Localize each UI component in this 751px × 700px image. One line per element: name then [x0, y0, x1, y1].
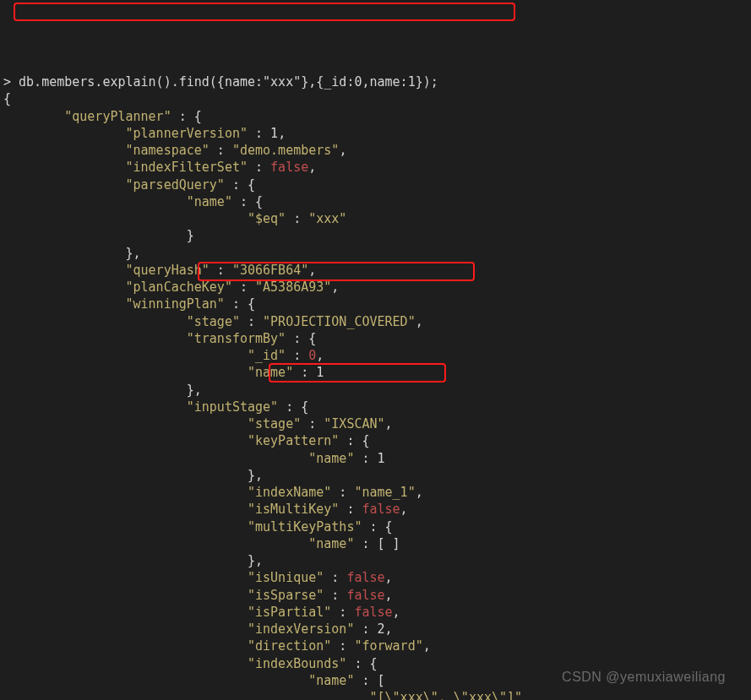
- key-queryPlanner: "queryPlanner": [64, 109, 171, 124]
- val-kp-name: 1: [378, 451, 385, 466]
- key-is-stage: "stage": [248, 416, 301, 431]
- prompt-symbol: >: [3, 74, 11, 90]
- key-winningPlan: "winningPlan": [126, 296, 225, 312]
- key-keyPattern: "keyPattern": [248, 433, 339, 448]
- terminal-output: > db.members.explain().find({name:"xxx"}…: [3, 73, 748, 700]
- val-is-stage: "IXSCAN": [324, 416, 384, 431]
- val-namespace: "demo.members": [232, 143, 339, 158]
- val-isMultiKey: false: [362, 502, 400, 517]
- key-indexName: "indexName": [248, 485, 331, 500]
- key-wp-stage: "stage": [187, 314, 240, 329]
- watermark-text: CSDN @yemuxiaweiliang: [562, 668, 726, 686]
- key-isSparse: "isSparse": [248, 588, 324, 603]
- key-isUnique: "isUnique": [248, 570, 324, 585]
- key-namespace: "namespace": [126, 143, 210, 158]
- key-isMultiKey: "isMultiKey": [248, 502, 339, 517]
- val-ib-name: "[\"xxx\", \"xxx\"]": [369, 690, 522, 700]
- json-open-brace: {: [3, 91, 11, 106]
- key-transformBy: "transformBy": [187, 331, 286, 346]
- key-indexBounds: "indexBounds": [248, 656, 346, 671]
- val-tb-id: 0: [308, 348, 316, 363]
- key-tb-id: "_id": [248, 348, 286, 363]
- val-indexVersion: 2: [378, 621, 385, 637]
- val-planCacheKey: "A5386A93": [255, 279, 331, 295]
- highlight-command: [14, 3, 515, 21]
- key-pq-name: "name": [187, 194, 232, 209]
- key-planCacheKey: "planCacheKey": [126, 279, 232, 295]
- val-direction: "forward": [354, 638, 422, 654]
- key-tb-name: "name": [248, 365, 293, 380]
- key-mkp-name: "name": [308, 536, 354, 551]
- val-isUnique: false: [346, 570, 384, 585]
- key-indexVersion: "indexVersion": [248, 621, 354, 637]
- val-indexFilterSet: false: [270, 160, 308, 175]
- command-line[interactable]: db.members.explain().find({name:"xxx"},{…: [19, 74, 438, 90]
- val-isPartial: false: [354, 605, 392, 620]
- key-kp-name: "name": [308, 451, 354, 466]
- val-eq: "xxx": [308, 211, 346, 226]
- key-inputStage: "inputStage": [187, 399, 278, 415]
- val-mkp-name: [ ]: [378, 536, 400, 551]
- val-indexName: "name_1": [354, 485, 415, 500]
- key-multiKeyPaths: "multiKeyPaths": [248, 519, 362, 534]
- key-direction: "direction": [248, 638, 331, 654]
- key-parsedQuery: "parsedQuery": [126, 177, 225, 193]
- key-ib-name: "name": [308, 673, 354, 688]
- key-queryHash: "queryHash": [126, 263, 210, 278]
- val-tb-name: 1: [316, 365, 324, 380]
- val-plannerVersion: 1: [270, 126, 278, 141]
- key-isPartial: "isPartial": [248, 605, 331, 620]
- val-isSparse: false: [346, 588, 384, 603]
- key-plannerVersion: "plannerVersion": [126, 126, 248, 141]
- key-eq: "$eq": [248, 211, 286, 226]
- val-wp-stage: "PROJECTION_COVERED": [263, 314, 416, 329]
- val-queryHash: "3066FB64": [232, 263, 308, 278]
- key-indexFilterSet: "indexFilterSet": [126, 160, 248, 175]
